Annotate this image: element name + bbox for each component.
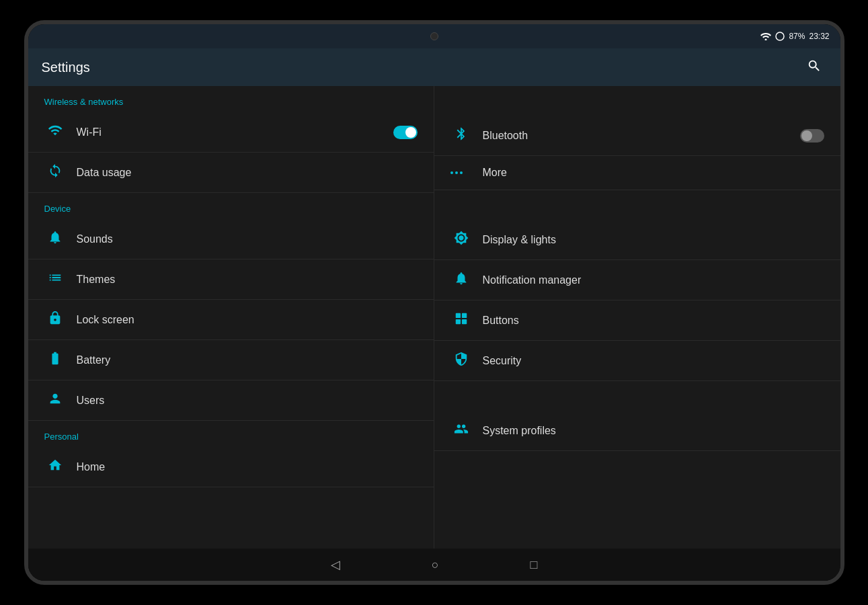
section-wireless-header: Wireless & networks [28,86,434,112]
lock-screen-label: Lock screen [77,314,418,326]
bluetooth-icon [450,126,472,145]
wifi-label: Wi-Fi [77,126,393,138]
settings-item-users[interactable]: Users [28,380,434,421]
header: Settings [28,48,840,86]
svg-rect-4 [455,319,460,324]
more-icon [450,171,472,174]
wifi-toggle[interactable] [393,126,418,139]
users-icon [44,391,66,409]
themes-icon [44,270,66,288]
page-title: Settings [42,60,801,75]
svg-point-0 [765,39,767,41]
svg-point-1 [776,32,784,40]
settings-item-sounds[interactable]: Sounds [28,219,434,259]
settings-item-data-usage[interactable]: Data usage [28,153,434,193]
battery-status: 87% [789,32,805,41]
wifi-status-icon [760,32,771,40]
settings-item-themes[interactable]: Themes [28,259,434,300]
display-icon [450,231,472,249]
svg-rect-3 [461,313,466,318]
battery-icon [44,351,66,369]
sounds-icon [44,230,66,248]
recent-button[interactable]: □ [525,553,543,577]
settings-item-home[interactable]: Home [28,447,434,487]
data-usage-label: Data usage [77,167,418,179]
settings-item-bluetooth[interactable]: Bluetooth [434,116,840,156]
home-label: Home [77,461,418,473]
settings-item-system-profiles[interactable]: System profiles [434,411,840,451]
settings-item-wifi[interactable]: Wi-Fi [28,112,434,153]
themes-label: Themes [77,274,418,286]
clock: 23:32 [809,32,829,41]
camera [430,32,438,40]
search-button[interactable] [801,53,827,82]
settings-item-more[interactable]: More [434,156,840,190]
battery-label: Battery [77,354,418,366]
buttons-label: Buttons [483,315,824,327]
bluetooth-toggle[interactable] [800,129,824,143]
sim-status-icon [775,32,785,41]
users-label: Users [77,395,418,407]
status-icons: 87% 23:32 [760,32,829,41]
home-button[interactable]: ○ [426,553,444,577]
back-button[interactable]: ◁ [325,552,346,577]
home-icon [44,458,66,476]
main-content: Wireless & networks Wi-Fi [28,86,840,549]
section-personal-header: Personal [28,421,434,447]
settings-item-display[interactable]: Display & lights [434,220,840,260]
security-label: Security [483,355,824,367]
tablet-shell: 87% 23:32 Settings Wireless & networks [24,20,844,585]
settings-item-notification[interactable]: Notification manager [434,260,840,300]
notification-icon [450,271,472,289]
left-panel: Wireless & networks Wi-Fi [28,86,434,549]
section-device-header: Device [28,193,434,219]
settings-item-security[interactable]: Security [434,341,840,381]
tablet-screen: 87% 23:32 Settings Wireless & networks [28,24,840,581]
buttons-icon [450,311,472,329]
settings-item-battery[interactable]: Battery [28,340,434,380]
lock-screen-icon [44,311,66,329]
system-profiles-icon [450,421,472,440]
notification-label: Notification manager [483,274,824,286]
display-label: Display & lights [483,234,824,246]
svg-rect-2 [455,313,460,318]
more-label: More [483,167,824,179]
settings-item-buttons[interactable]: Buttons [434,300,840,341]
system-profiles-label: System profiles [483,425,824,437]
wifi-icon [44,123,66,141]
settings-item-lock-screen[interactable]: Lock screen [28,300,434,340]
svg-rect-5 [461,319,466,324]
bluetooth-label: Bluetooth [483,130,800,142]
data-usage-icon [44,163,66,182]
nav-bar: ◁ ○ □ [28,549,840,581]
sounds-label: Sounds [77,233,418,245]
security-icon [450,352,472,370]
right-panel: Bluetooth More [434,86,840,549]
